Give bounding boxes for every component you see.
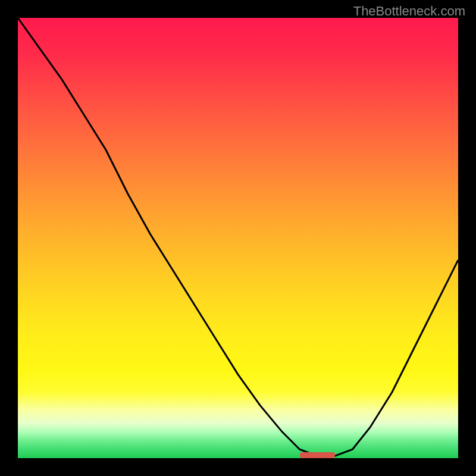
chart-plot-area [18,18,458,458]
watermark-text: TheBottleneck.com [353,4,465,19]
chart-curve [18,18,458,458]
optimal-marker [300,452,335,458]
